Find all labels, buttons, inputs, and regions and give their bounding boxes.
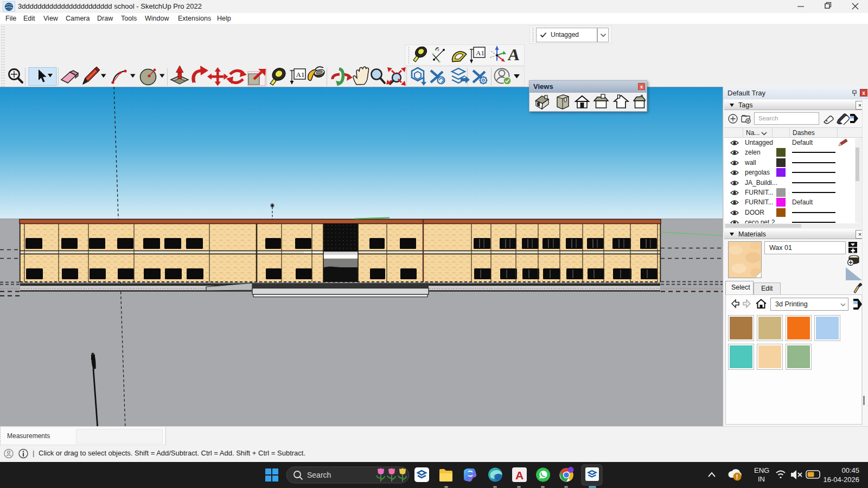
svg-text:!: ! [736, 473, 738, 481]
svg-text:A: A [515, 469, 524, 481]
svg-text:00:45: 00:45 [841, 466, 859, 474]
svg-text:16-04-2026: 16-04-2026 [824, 476, 860, 484]
svg-text:A1: A1 [296, 70, 305, 79]
svg-text:Search: Search [307, 471, 331, 479]
svg-text:ENG: ENG [754, 466, 769, 474]
svg-text:IN: IN [758, 475, 765, 483]
